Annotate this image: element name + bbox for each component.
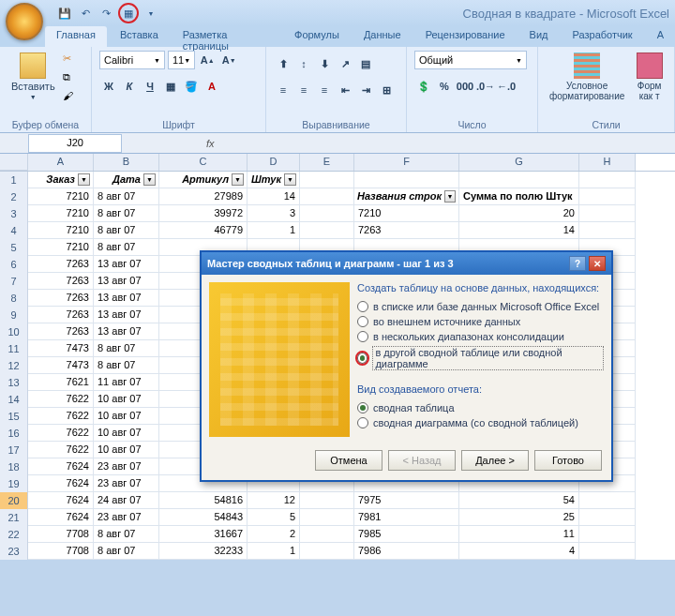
cell[interactable]: 8 авг 07 [94, 543, 159, 560]
decrease-indent-icon[interactable]: ⇤ [336, 81, 354, 99]
cell[interactable]: 7624 [28, 492, 94, 509]
format-painter-icon[interactable]: 🖌 [63, 90, 82, 107]
cell[interactable]: 10 авг 07 [94, 408, 159, 425]
shrink-font-icon[interactable]: A▼ [219, 51, 238, 69]
cell[interactable]: 7708 [28, 543, 94, 560]
cell[interactable] [459, 172, 579, 188]
cell[interactable] [300, 222, 354, 239]
cell[interactable]: 10 авг 07 [94, 391, 159, 408]
cell[interactable] [579, 509, 636, 526]
select-all-cell[interactable] [0, 154, 28, 171]
align-top-icon[interactable]: ⬆ [274, 54, 292, 73]
row-header[interactable]: 14 [0, 391, 28, 408]
cell[interactable] [579, 526, 636, 543]
table-header-cell[interactable]: Дата▼ [94, 172, 159, 188]
filter-dropdown-icon[interactable]: ▼ [444, 190, 456, 203]
col-header[interactable]: E [300, 154, 354, 171]
cell[interactable]: 1 [248, 543, 300, 560]
font-name-combo[interactable]: Calibri▼ [99, 51, 165, 69]
row-header[interactable]: 15 [0, 408, 28, 425]
radio-another-pivot[interactable]: в другой сводной таблице или сводной диа… [357, 344, 604, 372]
filter-dropdown-icon[interactable]: ▼ [143, 173, 156, 186]
cell[interactable]: 13 авг 07 [94, 256, 159, 273]
cell[interactable]: 54 [459, 492, 579, 509]
cell[interactable]: 12 [248, 492, 300, 509]
cell[interactable]: 27989 [159, 188, 248, 205]
cell[interactable]: 24 авг 07 [94, 492, 159, 509]
align-center-icon[interactable]: ≡ [294, 81, 313, 99]
cell[interactable]: 7263 [28, 273, 94, 290]
cell[interactable]: 54816 [159, 492, 248, 509]
row-header[interactable]: 18 [0, 458, 28, 475]
row-header[interactable]: 1 [0, 172, 28, 188]
percent-icon[interactable]: % [435, 77, 454, 96]
table-header-cell[interactable]: Штук▼ [248, 172, 300, 188]
next-button[interactable]: Далее > [461, 450, 529, 471]
cell[interactable]: 7263 [354, 222, 459, 239]
row-header[interactable]: 3 [0, 205, 28, 222]
row-header[interactable]: 17 [0, 442, 28, 458]
cell[interactable] [579, 222, 636, 239]
redo-icon[interactable]: ↷ [98, 5, 114, 22]
fill-color-button[interactable]: 🪣 [182, 77, 201, 96]
wrap-text-icon[interactable]: ▤ [356, 54, 375, 73]
cell[interactable]: 1 [248, 222, 300, 239]
cell[interactable]: 7210 [28, 222, 94, 239]
cell[interactable] [300, 172, 354, 188]
cell[interactable] [300, 509, 354, 526]
cell[interactable]: 46779 [159, 222, 248, 239]
cell[interactable]: 10 авг 07 [94, 425, 159, 442]
bold-button[interactable]: Ж [99, 77, 118, 96]
cell[interactable]: 13 авг 07 [94, 307, 159, 323]
italic-button[interactable]: К [120, 77, 139, 96]
cut-icon[interactable]: ✂ [63, 53, 82, 69]
cell[interactable]: 7622 [28, 425, 94, 442]
radio-pivot-table[interactable]: сводная таблица [357, 400, 604, 415]
increase-decimal-icon[interactable]: .0→ [476, 77, 495, 96]
cell[interactable]: 7263 [28, 307, 94, 323]
cell[interactable]: 7986 [354, 543, 459, 560]
cell[interactable]: 5 [248, 509, 300, 526]
tab-layout[interactable]: Разметка страницы [172, 26, 281, 47]
col-header[interactable]: G [459, 154, 579, 171]
save-icon[interactable]: 💾 [56, 5, 73, 22]
col-header[interactable]: D [248, 154, 300, 171]
orientation-icon[interactable]: ↗ [336, 54, 354, 73]
tab-insert[interactable]: Вставка [109, 26, 170, 47]
cell[interactable]: 14 [459, 222, 579, 239]
finish-button[interactable]: Готово [534, 450, 602, 471]
cell[interactable]: 54843 [159, 509, 248, 526]
cell[interactable]: 7210 [28, 205, 94, 222]
tab-home[interactable]: Главная [45, 26, 107, 47]
align-left-icon[interactable]: ≡ [274, 81, 292, 99]
col-header[interactable]: A [28, 154, 94, 171]
tab-developer[interactable]: Разработчик [562, 26, 644, 47]
cell[interactable] [300, 492, 354, 509]
pivot-wizard-icon[interactable]: ▦ [118, 3, 139, 23]
currency-icon[interactable]: 💲 [414, 77, 433, 96]
table-header-cell[interactable]: Артикул▼ [159, 172, 248, 188]
cell[interactable] [579, 172, 636, 188]
tab-view[interactable]: Вид [518, 26, 560, 47]
tab-addins[interactable]: А [646, 26, 675, 47]
cell[interactable]: 25 [459, 509, 579, 526]
decrease-decimal-icon[interactable]: ←.0 [497, 77, 516, 96]
row-header[interactable]: 9 [0, 307, 28, 323]
row-header[interactable]: 23 [0, 543, 28, 560]
cell[interactable]: 23 авг 07 [94, 509, 159, 526]
cell[interactable]: 8 авг 07 [94, 239, 159, 256]
tab-formulas[interactable]: Формулы [283, 26, 351, 47]
col-header[interactable]: H [579, 154, 636, 171]
cell[interactable]: 7622 [28, 442, 94, 458]
cancel-button[interactable]: Отмена [315, 450, 382, 471]
cell[interactable]: 13 авг 07 [94, 273, 159, 290]
tab-data[interactable]: Данные [352, 26, 412, 47]
cell[interactable]: 7981 [354, 509, 459, 526]
pivot-row-labels-header[interactable]: Названия строк▼ [354, 188, 459, 205]
cell[interactable] [300, 543, 354, 560]
filter-dropdown-icon[interactable]: ▼ [232, 173, 244, 186]
row-header[interactable]: 6 [0, 256, 28, 273]
cell[interactable]: 8 авг 07 [94, 340, 159, 357]
cell[interactable]: 7708 [28, 526, 94, 543]
cell[interactable]: 8 авг 07 [94, 188, 159, 205]
